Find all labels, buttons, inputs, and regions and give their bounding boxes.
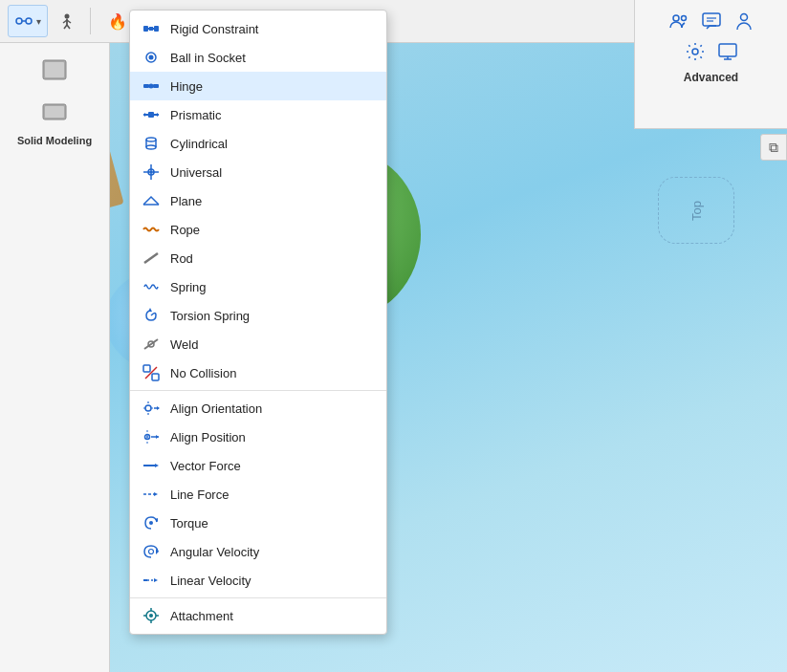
- sidebar-label: Solid Modeling: [17, 135, 92, 146]
- menu-item-hinge[interactable]: Hinge: [130, 72, 386, 100]
- prismatic-label: Prismatic: [170, 108, 221, 122]
- svg-point-3: [65, 14, 70, 19]
- menu-item-line-force[interactable]: Line Force: [130, 480, 386, 509]
- menu-item-spring[interactable]: Spring: [130, 272, 386, 301]
- cylindrical-label: Cylindrical: [170, 137, 228, 151]
- advanced-icon-gear[interactable]: [682, 38, 709, 65]
- menu-item-ball-in-socket[interactable]: Ball in Socket: [130, 43, 386, 72]
- svg-line-8: [67, 25, 70, 29]
- menu-item-align-position[interactable]: Align Position: [130, 423, 386, 451]
- sidebar-icon-1[interactable]: [35, 53, 74, 87]
- advanced-icon-users[interactable]: [666, 8, 692, 34]
- constraint-dropdown-button[interactable]: ▾: [8, 5, 48, 37]
- viewport-resize-button[interactable]: ⧉: [760, 134, 787, 161]
- torsion-spring-icon: [142, 306, 161, 325]
- svg-rect-23: [143, 26, 148, 32]
- viewport-top-label: Top: [658, 177, 734, 244]
- menu-item-angular-velocity[interactable]: Angular Velocity: [130, 537, 386, 566]
- svg-point-15: [692, 49, 698, 54]
- menu-item-no-collision[interactable]: No Collision: [130, 358, 386, 387]
- menu-item-rope[interactable]: Rope: [130, 215, 386, 244]
- weld-label: Weld: [170, 337, 198, 352]
- angular-velocity-label: Angular Velocity: [170, 545, 259, 559]
- sidebar-icon-2[interactable]: [35, 93, 74, 127]
- svg-rect-29: [143, 84, 149, 88]
- svg-marker-54: [157, 406, 160, 410]
- rigid-constraint-label: Rigid Constraint: [170, 22, 259, 36]
- advanced-icon-chat[interactable]: [698, 8, 725, 34]
- line-force-icon: [142, 485, 161, 504]
- svg-line-45: [144, 253, 158, 263]
- menu-divider-2: [130, 597, 386, 598]
- universal-icon: [142, 163, 161, 182]
- menu-item-prismatic[interactable]: Prismatic: [130, 100, 386, 129]
- rigid-constraint-icon: [142, 19, 161, 38]
- menu-item-cylindrical[interactable]: Cylindrical: [130, 129, 386, 158]
- svg-point-67: [149, 550, 154, 554]
- menu-item-rigid-constraint[interactable]: Rigid Constraint: [130, 14, 386, 43]
- spring-label: Spring: [170, 280, 207, 294]
- svg-point-10: [681, 16, 686, 21]
- menu-item-align-orientation[interactable]: Align Orientation: [130, 394, 386, 423]
- advanced-icons-row2: [682, 38, 741, 65]
- menu-divider-1: [130, 390, 386, 391]
- align-orientation-label: Align Orientation: [170, 401, 262, 416]
- menu-item-weld[interactable]: Weld: [130, 330, 386, 358]
- menu-item-linear-velocity[interactable]: Linear Velocity: [130, 566, 386, 595]
- no-collision-icon: [142, 363, 161, 382]
- no-collision-label: No Collision: [170, 366, 236, 380]
- svg-rect-30: [153, 84, 159, 88]
- vector-force-icon: [142, 456, 161, 475]
- constraint-dropdown-menu: Rigid Constraint Ball in Socket Hinge: [129, 10, 387, 635]
- advanced-icons-row1: [666, 8, 757, 34]
- svg-marker-63: [154, 492, 158, 496]
- advanced-icon-screen[interactable]: [714, 38, 741, 65]
- svg-marker-61: [155, 464, 159, 467]
- linear-velocity-label: Linear Velocity: [170, 574, 251, 588]
- hinge-icon: [142, 76, 161, 96]
- align-position-label: Align Position: [170, 430, 246, 444]
- svg-rect-22: [45, 106, 64, 118]
- menu-item-universal[interactable]: Universal: [130, 158, 386, 186]
- torsion-spring-label: Torsion Spring: [170, 309, 250, 323]
- plane-label: Plane: [170, 194, 202, 208]
- toolbar-sep-1: [90, 8, 91, 34]
- prismatic-icon: [142, 105, 161, 124]
- svg-point-0: [16, 18, 22, 24]
- svg-point-43: [150, 171, 153, 174]
- advanced-panel: Advanced: [634, 0, 787, 129]
- torque-label: Torque: [170, 516, 208, 531]
- svg-point-36: [146, 138, 156, 141]
- menu-item-torsion-spring[interactable]: Torsion Spring: [130, 301, 386, 330]
- advanced-icon-person[interactable]: [731, 8, 757, 34]
- spring-icon: [142, 277, 161, 296]
- menu-item-torque[interactable]: Torque: [130, 509, 386, 537]
- rod-icon: [142, 249, 161, 268]
- menu-item-plane[interactable]: Plane: [130, 186, 386, 215]
- attachment-icon: [142, 606, 161, 625]
- svg-point-14: [740, 14, 747, 21]
- figure-button[interactable]: [52, 5, 82, 37]
- left-sidebar: Solid Modeling: [0, 43, 110, 672]
- resize-icon: ⧉: [769, 140, 778, 156]
- torque-icon: [142, 513, 161, 532]
- rope-icon: [142, 220, 161, 239]
- align-orientation-icon: [142, 399, 161, 418]
- menu-item-vector-force[interactable]: Vector Force: [130, 451, 386, 480]
- svg-rect-24: [154, 26, 159, 32]
- svg-line-51: [145, 367, 157, 379]
- svg-rect-50: [152, 374, 159, 380]
- advanced-label: Advanced: [684, 71, 738, 84]
- flame-icon: 🔥: [108, 12, 127, 31]
- svg-point-59: [146, 436, 148, 438]
- line-force-label: Line Force: [170, 488, 229, 502]
- menu-item-rod[interactable]: Rod: [130, 244, 386, 272]
- svg-point-9: [673, 15, 679, 21]
- hinge-label: Hinge: [170, 79, 203, 94]
- menu-item-attachment[interactable]: Attachment: [130, 601, 386, 630]
- linear-velocity-icon: [142, 571, 161, 590]
- plane-icon: [142, 191, 161, 210]
- angular-velocity-icon: [142, 542, 161, 561]
- ball-in-socket-label: Ball in Socket: [170, 51, 246, 65]
- svg-point-39: [146, 145, 156, 149]
